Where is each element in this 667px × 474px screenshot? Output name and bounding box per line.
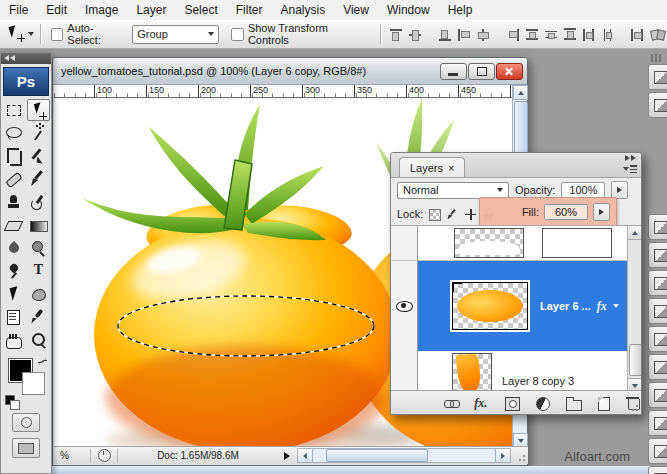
align-left-edges-icon[interactable] xyxy=(456,27,473,42)
actions-panel-icon[interactable] xyxy=(648,326,667,352)
panel-resize-grip[interactable] xyxy=(628,401,640,413)
scroll-thumb[interactable] xyxy=(629,344,641,376)
swap-colors-icon[interactable] xyxy=(38,357,48,367)
menu-item[interactable]: Edit xyxy=(37,0,76,20)
horizontal-scrollbar[interactable] xyxy=(297,448,511,463)
layer-effects-badge[interactable]: fx xyxy=(597,299,607,314)
eraser-tool[interactable] xyxy=(2,214,25,236)
layers-scrollbar[interactable] xyxy=(627,226,641,392)
menu-item[interactable]: Help xyxy=(439,0,482,20)
custom-shape-tool[interactable] xyxy=(27,283,50,305)
zoom-level-field[interactable]: % xyxy=(54,450,90,461)
distribute-right-edges-icon[interactable] xyxy=(630,27,647,42)
eye-icon[interactable] xyxy=(396,301,413,312)
vertical-scroll-thumb[interactable] xyxy=(514,101,528,155)
quick-mask-button[interactable] xyxy=(12,413,40,432)
maximize-button[interactable] xyxy=(468,63,495,80)
checkbox-icon[interactable] xyxy=(231,28,244,41)
tool-presets-panel-icon[interactable] xyxy=(648,298,667,324)
visibility-column[interactable] xyxy=(391,261,418,351)
distribute-horizontal-centers-icon[interactable] xyxy=(600,27,617,42)
rectangular-marquee-tool[interactable] xyxy=(2,99,25,121)
eyedropper-tool[interactable] xyxy=(27,306,50,328)
scroll-left-button[interactable] xyxy=(298,449,313,462)
move-tool-preset-icon[interactable] xyxy=(4,23,34,45)
visibility-column[interactable] xyxy=(391,226,418,260)
layer-style-icon[interactable] xyxy=(473,395,490,411)
navigator-panel-icon[interactable] xyxy=(648,354,667,380)
scroll-right-button[interactable] xyxy=(495,449,510,462)
fill-field[interactable]: 60% xyxy=(544,204,588,220)
new-layer-icon[interactable] xyxy=(594,395,611,411)
menu-item[interactable]: Analysis xyxy=(271,0,334,20)
lock-pixels-icon[interactable] xyxy=(446,208,459,221)
gradient-tool[interactable] xyxy=(27,214,50,236)
distribute-bottom-edges-icon[interactable] xyxy=(562,27,579,42)
dock-grip-icon[interactable] xyxy=(651,54,663,62)
notes-tool[interactable] xyxy=(2,306,25,328)
distribute-top-edges-icon[interactable] xyxy=(524,27,541,42)
clone-source-panel-icon[interactable] xyxy=(648,92,667,118)
zoom-tool[interactable] xyxy=(27,329,50,351)
horizontal-scroll-thumb[interactable] xyxy=(326,449,428,462)
menu-item[interactable]: View xyxy=(334,0,378,20)
clone-stamp-tool[interactable] xyxy=(2,191,25,213)
pen-tool[interactable] xyxy=(2,260,25,282)
layer-thumbnail[interactable] xyxy=(452,353,492,392)
brushes-panel-icon[interactable] xyxy=(648,64,667,90)
move-tool[interactable] xyxy=(27,99,50,121)
layer-thumbnail[interactable] xyxy=(452,282,528,330)
layer-row-selected[interactable]: Layer 6 ... fx xyxy=(391,261,641,351)
lock-position-icon[interactable] xyxy=(464,208,477,221)
chevron-down-icon[interactable] xyxy=(613,304,619,308)
document-title-bar[interactable]: yellow_tomatoes_tutorial.psd @ 100% (Lay… xyxy=(53,58,527,85)
layer-thumbnail[interactable] xyxy=(454,228,524,258)
align-vertical-centers-icon[interactable] xyxy=(407,27,424,42)
checkbox-icon[interactable] xyxy=(51,28,64,41)
opacity-field[interactable]: 100% xyxy=(561,182,605,198)
layer-row-partial[interactable] xyxy=(391,226,641,261)
distribute-left-edges-icon[interactable] xyxy=(581,27,598,42)
add-layer-mask-icon[interactable] xyxy=(503,395,520,411)
new-group-icon[interactable] xyxy=(564,395,581,411)
auto-select-mode-dropdown[interactable]: Group xyxy=(132,25,219,44)
lasso-tool[interactable] xyxy=(2,122,25,144)
lock-transparency-icon[interactable] xyxy=(428,208,441,221)
crop-tool[interactable] xyxy=(2,145,25,167)
auto-align-layers-icon[interactable] xyxy=(649,27,666,42)
menu-item[interactable]: File xyxy=(0,0,37,20)
layer-row[interactable]: Layer 8 copy 3 xyxy=(391,351,641,392)
scroll-up-button[interactable] xyxy=(513,85,528,100)
character-panel-icon[interactable] xyxy=(648,214,667,240)
histogram-panel-icon[interactable] xyxy=(648,382,667,408)
swatches-panel-icon[interactable] xyxy=(648,466,667,474)
adjustment-layer-icon[interactable] xyxy=(533,395,550,411)
auto-select-checkbox[interactable]: Auto-Select: xyxy=(51,22,127,46)
resize-grip[interactable] xyxy=(512,448,528,464)
history-brush-tool[interactable] xyxy=(27,191,50,213)
path-selection-tool[interactable] xyxy=(2,283,25,305)
dock-collapse-icon[interactable] xyxy=(4,55,16,62)
menu-item[interactable]: Filter xyxy=(227,0,272,20)
distribute-vertical-centers-icon[interactable] xyxy=(543,27,560,42)
status-clock-icon[interactable] xyxy=(91,449,117,462)
hand-tool[interactable] xyxy=(2,329,25,351)
background-color-swatch[interactable] xyxy=(22,372,45,395)
screen-mode-button[interactable] xyxy=(12,438,40,458)
visibility-column[interactable] xyxy=(391,351,418,392)
align-bottom-edges-icon[interactable] xyxy=(437,27,454,42)
paragraph-panel-icon[interactable] xyxy=(648,242,667,268)
link-layers-icon[interactable] xyxy=(443,395,460,411)
type-tool[interactable] xyxy=(27,260,50,282)
tab-close-icon[interactable]: × xyxy=(448,162,454,174)
panel-menu-icon[interactable] xyxy=(623,164,637,174)
magic-wand-tool[interactable] xyxy=(27,122,50,144)
layer-comps-panel-icon[interactable] xyxy=(648,270,667,296)
slice-tool[interactable] xyxy=(27,145,50,167)
scroll-up-button[interactable] xyxy=(628,226,641,240)
status-flyout-button[interactable] xyxy=(278,452,296,460)
show-transform-checkbox[interactable]: Show Transform Controls xyxy=(231,22,370,46)
blend-mode-dropdown[interactable]: Normal xyxy=(397,182,509,199)
close-button[interactable] xyxy=(496,63,523,80)
menu-item[interactable]: Window xyxy=(378,0,439,20)
